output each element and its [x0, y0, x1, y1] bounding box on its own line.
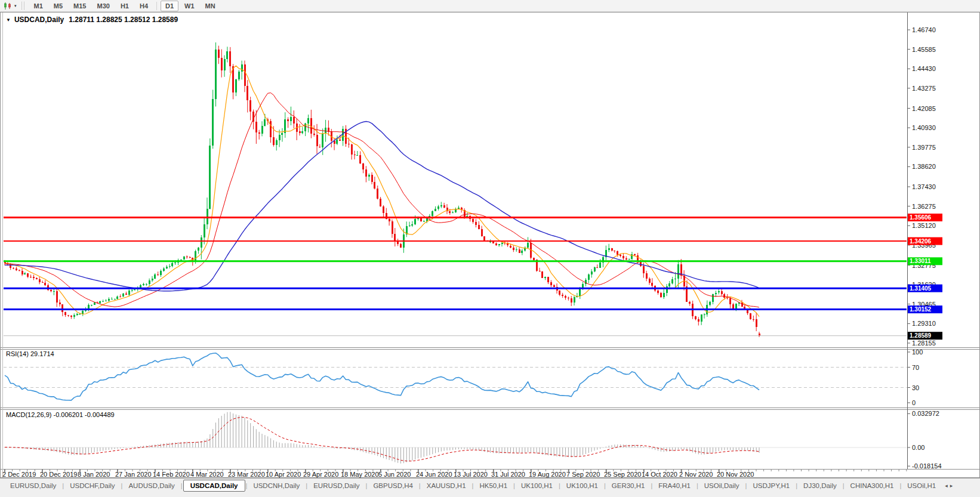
toolbar-grip[interactable]	[21, 2, 24, 10]
symbol-tab-eurusd-daily[interactable]: EURUSD,Daily	[5, 480, 61, 491]
date-tick-label: 31 Jul 2020	[491, 471, 525, 478]
symbol-tab-gbpusd-h4[interactable]: GBPUSD,H4	[368, 480, 418, 491]
level-price-tag: 1.33011	[910, 258, 931, 264]
date-tick-label: 19 Aug 2020	[529, 471, 566, 478]
chart-window[interactable]: 1.467401.455851.444301.432751.420851.409…	[0, 12, 980, 478]
timeframe-button-group: M1M5M15M30H1H4D1W1MN	[29, 1, 221, 11]
level-price-tag: 1.31405	[910, 285, 932, 292]
date-tick-label: 14 Feb 2020	[153, 471, 190, 478]
timeframe-button-m15[interactable]: M15	[69, 1, 91, 11]
symbol-tabbar: EURUSD,Daily|USDCHF,Daily|AUDUSD,Daily|U…	[0, 478, 980, 497]
symbol-tab-audusd-daily[interactable]: AUDUSD,Daily	[123, 480, 180, 491]
tab-scroll-right-icon[interactable]: ▸	[950, 483, 953, 489]
symbol-tab-fra40-h1[interactable]: FRA40,H1	[653, 480, 696, 491]
candlestick-chart-icon	[3, 2, 13, 10]
symbol-tab-ger30-h1[interactable]: GER30,H1	[606, 480, 651, 491]
date-tick-label: 23 Mar 2020	[228, 471, 265, 478]
date-tick-label: 7 Sep 2020	[566, 471, 600, 478]
price-tick-label: 1.35120	[912, 222, 936, 229]
symbol-tab-xauusd-h1[interactable]: XAUUSD,H1	[421, 480, 471, 491]
symbol-tab-china300-h1[interactable]: CHINA300,H1	[845, 480, 899, 491]
price-tick-label: 1.44430	[912, 65, 936, 72]
price-tick-label: 1.45585	[912, 46, 936, 53]
macd-indicator-label: MACD(12,26,9) -0.006201 -0.004489	[6, 411, 115, 418]
symbol-tab-uk100-h1[interactable]: UK100,H1	[516, 480, 558, 491]
level-price-tag: 1.34206	[910, 238, 932, 245]
toolbar-separator	[156, 2, 157, 10]
rsi-tick-label: 100	[912, 348, 923, 356]
rsi-indicator-label: RSI(14) 29.1714	[6, 350, 54, 357]
date-tick-label: 25 Sep 2020	[604, 471, 641, 478]
symbol-tab-usdjpy-h1[interactable]: USDJPY,H1	[747, 480, 795, 491]
rsi-tick-label: 70	[912, 364, 919, 371]
chart-title: ▼ USDCAD,Daily 1.28711 1.28825 1.28512 1…	[6, 16, 178, 24]
price-tick-label: 1.43275	[912, 85, 936, 92]
date-tick-label: 27 Jan 2020	[115, 471, 152, 478]
timeframe-button-d1[interactable]: D1	[161, 1, 178, 11]
symbol-tab-list: EURUSD,Daily|USDCHF,Daily|AUDUSD,Daily|U…	[0, 479, 941, 493]
timeframe-button-mn[interactable]: MN	[201, 1, 220, 11]
macd-tick-label: 0.00	[912, 444, 924, 451]
symbol-tab-usoil-daily[interactable]: USOil,Daily	[699, 480, 745, 491]
tab-scroll-controls: ◂ ▸	[941, 479, 953, 493]
tab-separator: |	[180, 482, 183, 489]
timeframe-button-h1[interactable]: H1	[116, 1, 134, 11]
symbol-tab-dj30-daily[interactable]: DJ30,Daily	[798, 480, 842, 491]
date-tick-label: 20 Nov 2020	[717, 471, 754, 478]
date-tick-label: 20 Dec 2019	[40, 471, 77, 478]
date-tick-label: 13 Jul 2020	[454, 471, 488, 478]
symbol-tab-hk50-h1[interactable]: HK50,H1	[474, 480, 513, 491]
rsi-tick-label: 30	[912, 384, 919, 391]
top-toolbar: ▾ M1M5M15M30H1H4D1W1MN	[0, 0, 980, 12]
date-tick-label: 14 Oct 2020	[642, 471, 677, 478]
date-tick-label: 18 May 2020	[341, 471, 379, 478]
price-tick-label: 1.46740	[912, 26, 936, 33]
collapse-arrow-icon[interactable]: ▼	[6, 17, 11, 23]
timeframe-button-w1[interactable]: W1	[180, 1, 199, 11]
tab-scroll-left-icon[interactable]: ◂	[945, 483, 948, 489]
date-tick-label: 5 Jun 2020	[378, 471, 411, 478]
price-tick-label: 1.39775	[912, 144, 936, 151]
date-tick-label: 2 Nov 2020	[679, 471, 713, 478]
timeframe-button-m30[interactable]: M30	[92, 1, 114, 11]
date-tick-label: 8 Jan 2020	[78, 471, 110, 478]
chart-canvas[interactable]: 1.467401.455851.444301.432751.420851.409…	[0, 12, 980, 478]
date-tick-label: 4 Mar 2020	[190, 471, 224, 478]
level-price-tag: 1.30152	[910, 306, 932, 313]
level-price-tag: 1.35606	[910, 214, 932, 221]
symbol-tab-uk100-h1[interactable]: UK100,H1	[561, 480, 603, 491]
price-tick-label: 1.28155	[912, 339, 936, 347]
rsi-tick-label: 0	[912, 399, 916, 406]
chart-ohlc-values: 1.28711 1.28825 1.28512 1.28589	[69, 16, 178, 24]
symbol-tab-usdcad-daily[interactable]: USDCAD,Daily	[183, 480, 245, 492]
price-tick-label: 1.36275	[912, 203, 936, 210]
symbol-tab-eurusd-daily[interactable]: EURUSD,Daily	[308, 480, 365, 491]
date-tick-label: 29 Apr 2020	[303, 471, 338, 478]
symbol-tab-usdcnh-daily[interactable]: USDCNH,Daily	[248, 480, 305, 491]
timeframe-button-h4[interactable]: H4	[135, 1, 153, 11]
price-tick-label: 1.40930	[912, 124, 936, 131]
timeframe-button-m1[interactable]: M1	[29, 1, 48, 11]
price-tick-label: 1.29310	[912, 320, 936, 327]
macd-tick-label: 0.032972	[912, 410, 939, 417]
chevron-down-icon: ▾	[14, 4, 17, 8]
price-tick-label: 1.38620	[912, 163, 936, 170]
symbol-tab-usoil-h1[interactable]: USOil,H1	[902, 480, 941, 491]
date-tick-label: 24 Jun 2020	[416, 471, 452, 478]
macd-tick-label: -0.018154	[912, 462, 942, 470]
level-price-tag: 1.28589	[910, 332, 932, 339]
price-tick-label: 1.37430	[912, 183, 936, 190]
price-tick-label: 1.42085	[912, 105, 936, 112]
chart-symbol-period: USDCAD,Daily	[14, 16, 64, 24]
symbol-tab-usdchf-daily[interactable]: USDCHF,Daily	[64, 480, 120, 491]
date-tick-label: 10 Apr 2020	[266, 471, 301, 478]
chart-type-button[interactable]: ▾	[0, 0, 20, 11]
date-tick-label: 2 Dec 2019	[2, 471, 36, 478]
timeframe-button-m5[interactable]: M5	[49, 1, 67, 11]
